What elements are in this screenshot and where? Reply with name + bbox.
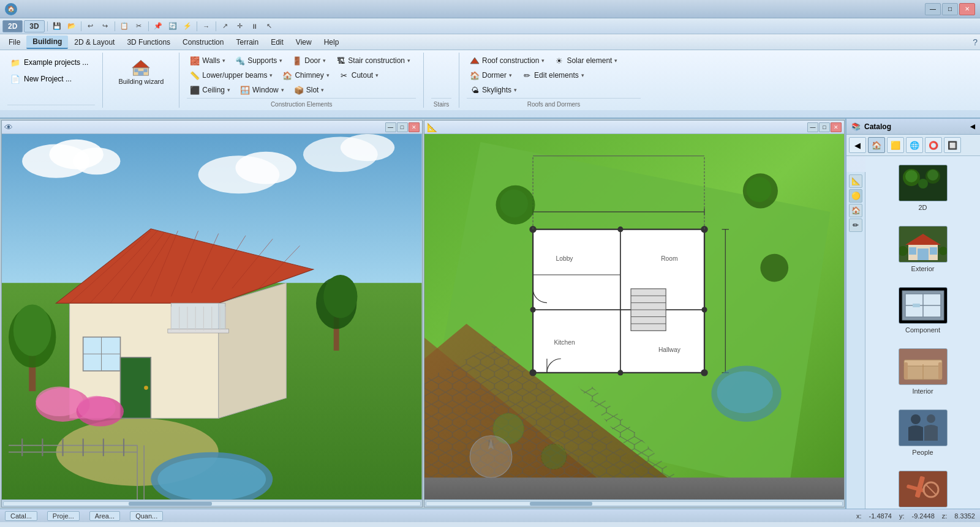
qa-flash-button[interactable]: ⚡ [181,20,194,32]
qa-cut-button[interactable]: ✂ [132,20,146,32]
close-button[interactable]: ✕ [959,3,975,15]
svg-text:Hallway: Hallway [658,346,680,353]
dormer-button[interactable]: 🏠 Dormer ▾ [467,69,518,82]
folder-icon: 📁 [10,58,20,67]
solar-element-button[interactable]: ☀ Solar element ▾ [551,54,623,67]
catalog-side-icon-2[interactable]: 🟡 [849,189,862,203]
qa-open-button[interactable]: 📂 [65,20,78,32]
catalog-tool-circle[interactable]: ⭕ [925,137,942,153]
chimney-button[interactable]: 🏠 Chimney ▾ [279,69,334,82]
viewport-2d-maximize[interactable]: □ [819,122,830,132]
status-area-button[interactable]: Area... [89,511,120,521]
scroll-track[interactable] [3,501,421,506]
menu-building[interactable]: Building [26,36,68,49]
menu-construction[interactable]: Construction [176,36,230,48]
menu-edit[interactable]: Edit [265,36,290,48]
status-quantity-button[interactable]: Quan... [130,511,163,521]
stair-construction-button[interactable]: 🏗 Stair construction ▾ [333,54,416,67]
catalog-item-component[interactable]: Component [870,283,975,337]
qa-arrow-button[interactable]: → [200,20,213,32]
svg-point-145 [911,414,921,424]
catalog-tool-house[interactable]: 🏠 [868,137,885,153]
ceiling-icon: ⬛ [190,85,200,95]
qa-copy-button[interactable]: 📋 [118,20,131,32]
menu-file[interactable]: File [2,36,26,48]
qa-save-button[interactable]: 💾 [50,20,64,32]
help-icon[interactable]: ? [973,37,978,47]
qa-redo-button[interactable]: ↪ [99,20,112,32]
qa-move-button[interactable]: ✛ [233,20,247,32]
walls-button[interactable]: 🧱 Walls ▾ [187,54,231,67]
svg-point-122 [927,170,938,181]
qa-cursor-button[interactable]: ↖ [263,20,276,32]
viewport-3d-content[interactable] [2,134,422,499]
viewport-3d-close[interactable]: ✕ [409,122,420,132]
qa-pin-button[interactable]: 📌 [151,20,165,32]
qa-undo-button[interactable]: ↩ [84,20,97,32]
svg-point-35 [144,386,148,390]
mode-2d-button[interactable]: 2D [2,20,23,32]
qa-separator-2 [81,21,81,31]
menu-help[interactable]: Help [318,36,345,48]
minimize-button[interactable]: — [925,3,941,15]
catalog-tool-globe[interactable]: 🌐 [906,137,923,153]
viewport-2d-close[interactable]: ✕ [831,122,842,132]
window-button[interactable]: 🪟 Window ▾ [237,83,290,97]
catalog-item-people[interactable]: People [870,406,975,460]
viewport-3d-minimize[interactable]: — [385,122,396,132]
status-project-button[interactable]: Proje... [47,511,80,521]
skylights-button[interactable]: 🌤 Skylights ▾ [467,83,522,97]
roof-construction-button[interactable]: Roof construction ▾ [467,54,550,67]
catalog-side-icon-1[interactable]: 📐 [849,174,862,188]
menu-2d-layout[interactable]: 2D & Layout [68,36,121,48]
qa-rotate-button[interactable]: 🔄 [166,20,179,32]
viewport-2d-content[interactable]: Lobby Room Kitchen Hallway [424,134,845,499]
viewport-2d-titlebar: 📐 — □ ✕ [424,121,845,134]
catalog-resize-icon[interactable]: ◀ [970,123,975,130]
catalog-tool-grid[interactable]: 🔲 [944,137,961,153]
menu-view[interactable]: View [290,36,318,48]
slot-button[interactable]: 📦 Slot ▾ [291,83,330,97]
new-project-button[interactable]: 📄 New Project ... [7,72,95,86]
slot-arrow: ▾ [321,87,324,93]
menu-terrain[interactable]: Terrain [230,36,265,48]
viewport-3d-maximize[interactable]: □ [397,122,408,132]
svg-text:Lobby: Lobby [556,255,573,262]
scroll-thumb[interactable] [129,502,212,506]
example-projects-button[interactable]: 📁 Example projects ... [7,55,95,70]
beams-arrow: ▾ [270,72,273,78]
status-catalog-button[interactable]: Catal... [5,511,37,521]
catalog-item-exterior[interactable]: Exterior [870,222,975,276]
catalog-label-component: Component [905,326,940,334]
mode-3d-button[interactable]: 3D [24,20,44,32]
catalog-side-icon-4[interactable]: ✏ [849,219,862,232]
qa-pause-button[interactable]: ⏸ [248,20,262,32]
catalog-item-interior[interactable]: Interior [870,345,975,398]
catalog-side-icon-3[interactable]: 🏠 [849,204,862,217]
catalog-tool-back[interactable]: ◀ [849,137,866,153]
catalog-item-2d[interactable]: 2D [870,161,975,215]
catalog-tool-layer[interactable]: 🟨 [887,137,904,153]
coord-y-value: -9.2448 [911,512,934,520]
ribbon-group-projects: 📁 Example projects ... 📄 New Project ... [5,53,103,108]
ceiling-button[interactable]: ⬛ Ceiling ▾ [187,83,236,97]
viewport-2d-minimize[interactable]: — [807,122,818,132]
qa-select-button[interactable]: ↗ [219,20,232,32]
svg-point-55 [78,396,116,420]
ribbon-row-2: 📏 Lower/upper beams ▾ 🏠 Chimney ▾ ✂ Cuto… [187,69,416,82]
viewport-2d-scrollbar[interactable] [424,499,845,507]
lower-upper-beams-button[interactable]: 📏 Lower/upper beams ▾ [187,69,278,82]
stair-icon: 🏗 [336,56,345,65]
cutout-button[interactable]: ✂ Cutout ▾ [336,69,384,82]
building-wizard-button[interactable]: Building wizard [110,53,172,89]
catalog-item-misc[interactable]: Misc [870,467,975,509]
supports-button[interactable]: 🔩 Supports ▾ [232,54,288,67]
edit-elements-button[interactable]: ✏ Edit elements ▾ [519,69,590,82]
scroll-thumb-2d[interactable] [530,502,592,506]
maximize-button[interactable]: □ [942,3,958,15]
cutout-icon: ✂ [339,70,349,80]
viewport-3d-scrollbar[interactable] [2,499,422,507]
door-button[interactable]: 🚪 Door ▾ [289,54,331,67]
scroll-track-2d[interactable] [426,501,843,506]
menu-3d-functions[interactable]: 3D Functions [121,36,176,48]
